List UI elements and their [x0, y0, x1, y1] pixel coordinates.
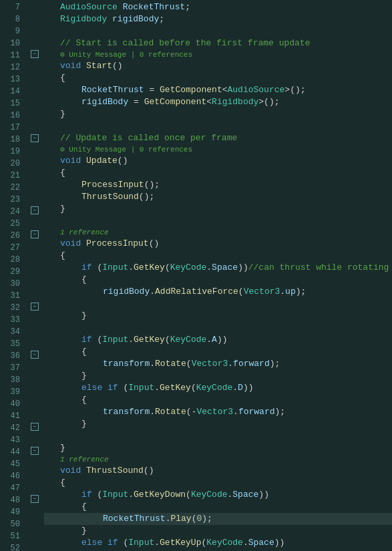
line-num-52: 52	[0, 542, 20, 551]
line-num-34: 34	[0, 326, 20, 338]
code-line-22: }	[44, 203, 392, 215]
code-line-9	[44, 25, 392, 37]
code-line-44: if (Input.GetKeyDown(KeyCode.Space))	[44, 489, 392, 501]
code-line-27: {	[44, 274, 392, 286]
line-num-24: 24	[0, 206, 20, 218]
gutter-51	[25, 529, 44, 541]
line-num-43: 43	[0, 434, 20, 446]
code-line-39: }	[44, 418, 392, 430]
line-num-30: 30	[0, 278, 20, 290]
gutter-43	[25, 433, 44, 445]
line-num-49: 49	[0, 506, 20, 518]
code-line-24: void ProcessInput()	[44, 238, 392, 250]
line-num-33: 33	[0, 314, 20, 326]
gutter-34	[25, 325, 44, 337]
gutter-46	[25, 469, 44, 481]
code-line-10: // Start is called before the first fram…	[44, 37, 392, 49]
line-num-19: 19	[0, 146, 20, 158]
gutter-42: -	[25, 421, 44, 433]
line-num-23: 23	[0, 194, 20, 206]
gutter-12	[25, 60, 44, 72]
code-line-17: // Update is called once per frame	[44, 132, 392, 144]
gutter-19	[25, 144, 44, 156]
code-line-30: }	[44, 310, 392, 322]
gutter-22	[25, 180, 44, 192]
code-line-31	[44, 322, 392, 334]
line-num-27: 27	[0, 242, 20, 254]
line-num-37: 37	[0, 362, 20, 374]
line-num-46: 46	[0, 470, 20, 482]
code-line-29	[44, 298, 392, 310]
code-line-28: rigidBody.AddRelativeForce(Vector3.up);	[44, 286, 392, 298]
line-num-18: 18	[0, 134, 20, 146]
gutter-36: -	[25, 349, 44, 361]
gutter-29	[25, 264, 44, 277]
gutter-17	[25, 120, 44, 132]
fold-icon-42[interactable]: -	[31, 423, 39, 431]
line-num-25: 25	[0, 218, 20, 230]
code-line-13: RocketThrust = GetComponent<AudioSource>…	[44, 84, 392, 96]
fold-icon-36[interactable]: -	[31, 351, 39, 359]
line-num-38: 38	[0, 374, 20, 386]
line-num-51: 51	[0, 530, 20, 542]
gutter-7	[25, 0, 44, 12]
gutter-20	[25, 156, 44, 168]
line-num-47: 47	[0, 482, 20, 494]
line-num-12: 12	[0, 61, 20, 73]
fold-icon-24[interactable]: -	[31, 206, 39, 214]
code-line-40	[44, 430, 392, 442]
fold-icon-48[interactable]: -	[31, 495, 39, 503]
gutter-8	[25, 12, 44, 24]
fold-icon-11[interactable]: -	[31, 50, 39, 58]
gutter-25	[25, 216, 44, 228]
gutter-38	[25, 373, 44, 385]
code-line-42: void ThrustSound()	[44, 465, 392, 477]
code-line-18: void Update()	[44, 155, 392, 167]
line-num-35: 35	[0, 338, 20, 350]
code-line-21: ThrustSound();	[44, 191, 392, 203]
code-line-41-ref: 1 reference	[44, 454, 392, 465]
code-line-23	[44, 215, 392, 227]
fold-icon-32[interactable]: -	[31, 303, 39, 311]
gutter-31	[25, 289, 44, 301]
gutter-35	[25, 337, 44, 349]
gutter-27	[25, 240, 44, 252]
line-num-11: 11	[0, 49, 20, 61]
line-num-7: 7	[0, 1, 20, 13]
code-content[interactable]: AudioSource RocketThrust; Rigidbody rigi…	[44, 0, 392, 551]
line-num-10: 10	[0, 37, 20, 49]
gutter-9	[25, 24, 44, 36]
code-line-7: AudioSource RocketThrust;	[44, 1, 392, 13]
line-num-45: 45	[0, 458, 20, 470]
fold-icon-18[interactable]: -	[31, 134, 39, 142]
gutter-16	[25, 108, 44, 120]
fold-icon-26[interactable]: -	[31, 230, 39, 238]
gutter-32: -	[25, 301, 44, 313]
line-num-9: 9	[0, 25, 20, 37]
line-num-15: 15	[0, 98, 20, 110]
fold-icon-44[interactable]: -	[31, 447, 39, 455]
gutter-50	[25, 517, 44, 529]
code-line-11: void Start()	[44, 60, 392, 72]
line-num-16: 16	[0, 110, 20, 122]
gutter-18: -	[25, 132, 44, 144]
code-line-17-hint: ⚙ Unity Message | 0 references	[44, 144, 392, 155]
gutter-11: -	[25, 48, 44, 60]
code-line-38: transform.Rotate(-Vector3.forward);	[44, 406, 392, 418]
code-line-47: }	[44, 525, 392, 537]
line-num-48: 48	[0, 494, 20, 506]
gutter-21	[25, 168, 44, 180]
line-num-41: 41	[0, 410, 20, 422]
gutter-13	[25, 72, 44, 84]
code-line-45: {	[44, 501, 392, 513]
code-line-37: {	[44, 394, 392, 406]
line-num-39: 39	[0, 386, 20, 398]
line-num-36: 36	[0, 350, 20, 362]
code-line-23-ref: 1 reference	[44, 227, 392, 238]
line-num-50: 50	[0, 518, 20, 530]
gutter-45	[25, 457, 44, 469]
line-num-13: 13	[0, 73, 20, 85]
line-num-42: 42	[0, 422, 20, 434]
line-numbers: 7 8 9 10 11 12 13 14 15 16 17 18 19 20 2…	[0, 0, 25, 551]
line-num-22: 22	[0, 182, 20, 194]
